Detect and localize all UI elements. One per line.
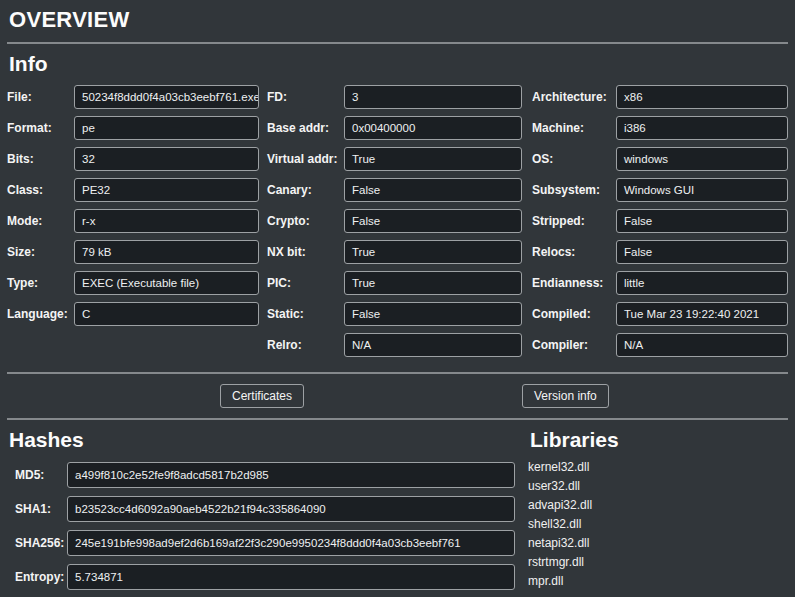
type-field[interactable]: EXEC (Executable file) [74, 271, 259, 295]
library-item: user32.dll [528, 477, 619, 496]
static-field[interactable]: False [344, 302, 522, 326]
nx-bit-field[interactable]: True [344, 240, 522, 264]
fd-field[interactable]: 3 [344, 85, 522, 109]
separator [7, 372, 788, 374]
info-row-endianness: Endianness: little [532, 271, 788, 295]
info-row-class: Class: PE32 [7, 178, 259, 202]
version-info-button[interactable]: Version info [522, 384, 609, 408]
base-addr-label: Base addr: [267, 121, 344, 135]
type-label: Type: [7, 276, 74, 290]
endianness-field[interactable]: little [616, 271, 788, 295]
compiled-label: Compiled: [532, 307, 616, 321]
info-row-architecture: Architecture: x86 [532, 85, 788, 109]
sha256-field[interactable]: 245e191bfe998ad9ef2d6b169af22f3c290e9950… [67, 530, 515, 556]
compiled-field[interactable]: Tue Mar 23 19:22:40 2021 [616, 302, 788, 326]
certificates-button[interactable]: Certificates [220, 384, 304, 408]
class-field[interactable]: PE32 [74, 178, 259, 202]
libraries-list: kernel32.dll user32.dll advapi32.dll she… [528, 458, 619, 591]
info-row-virtual-addr: Virtual addr: True [267, 147, 522, 171]
os-field[interactable]: windows [616, 147, 788, 171]
libraries-heading: Libraries [530, 427, 619, 453]
md5-field[interactable]: a499f810c2e52fe9f8adcd5817b2d985 [67, 462, 515, 488]
info-row-pic: PIC: True [267, 271, 522, 295]
library-item: mpr.dll [528, 572, 619, 591]
architecture-field[interactable]: x86 [616, 85, 788, 109]
buttons-row: Certificates Version info [7, 384, 788, 408]
subsystem-label: Subsystem: [532, 183, 616, 197]
machine-field[interactable]: i386 [616, 116, 788, 140]
info-row-base-addr: Base addr: 0x00400000 [267, 116, 522, 140]
info-row-subsystem: Subsystem: Windows GUI [532, 178, 788, 202]
file-label: File: [7, 90, 74, 104]
library-item: kernel32.dll [528, 458, 619, 477]
hash-row-entropy: Entropy: 5.734871 [7, 564, 515, 590]
virtual-addr-field[interactable]: True [344, 147, 522, 171]
sha1-field[interactable]: b23523cc4d6092a90aeb4522b21f94c335864090 [67, 496, 515, 522]
info-row-machine: Machine: i386 [532, 116, 788, 140]
info-heading: Info [9, 51, 788, 77]
info-row-file: File: 50234f8ddd0f4a03cb3eebf761.exe [7, 85, 259, 109]
info-row-compiled: Compiled: Tue Mar 23 19:22:40 2021 [532, 302, 788, 326]
sha1-label: SHA1: [15, 502, 67, 516]
info-row-format: Format: pe [7, 116, 259, 140]
crypto-label: Crypto: [267, 214, 344, 228]
size-field[interactable]: 79 kB [74, 240, 259, 264]
os-label: OS: [532, 152, 616, 166]
language-field[interactable]: C [74, 302, 259, 326]
hash-row-md5: MD5: a499f810c2e52fe9f8adcd5817b2d985 [7, 462, 515, 488]
page-title: OVERVIEW [9, 6, 788, 34]
bits-field[interactable]: 32 [74, 147, 259, 171]
file-field[interactable]: 50234f8ddd0f4a03cb3eebf761.exe [74, 85, 259, 109]
info-row-static: Static: False [267, 302, 522, 326]
machine-label: Machine: [532, 121, 616, 135]
architecture-label: Architecture: [532, 90, 616, 104]
language-label: Language: [7, 307, 74, 321]
base-addr-field[interactable]: 0x00400000 [344, 116, 522, 140]
info-row-size: Size: 79 kB [7, 240, 259, 264]
info-row-fd: FD: 3 [267, 85, 522, 109]
stripped-label: Stripped: [532, 214, 616, 228]
relocs-field[interactable]: False [616, 240, 788, 264]
sha256-label: SHA256: [15, 536, 67, 550]
nx-bit-label: NX bit: [267, 245, 344, 259]
class-label: Class: [7, 183, 74, 197]
pic-label: PIC: [267, 276, 344, 290]
canary-label: Canary: [267, 183, 344, 197]
stripped-field[interactable]: False [616, 209, 788, 233]
mode-label: Mode: [7, 214, 74, 228]
info-column-3: Architecture: x86 Machine: i386 OS: wind… [532, 85, 788, 364]
info-row-canary: Canary: False [267, 178, 522, 202]
pic-field[interactable]: True [344, 271, 522, 295]
entropy-label: Entropy: [15, 570, 67, 584]
info-column-2: FD: 3 Base addr: 0x00400000 Virtual addr… [267, 85, 522, 364]
compiler-field[interactable]: N/A [616, 333, 788, 357]
info-row-compiler: Compiler: N/A [532, 333, 788, 357]
static-label: Static: [267, 307, 344, 321]
format-field[interactable]: pe [74, 116, 259, 140]
info-column-1: File: 50234f8ddd0f4a03cb3eebf761.exe For… [7, 85, 259, 364]
info-row-crypto: Crypto: False [267, 209, 522, 233]
relro-field[interactable]: N/A [344, 333, 522, 357]
hashes-section: Hashes MD5: a499f810c2e52fe9f8adcd5817b2… [7, 420, 515, 597]
hashes-rows: MD5: a499f810c2e52fe9f8adcd5817b2d985 SH… [7, 462, 515, 590]
bottom-section: Hashes MD5: a499f810c2e52fe9f8adcd5817b2… [7, 420, 788, 597]
entropy-field[interactable]: 5.734871 [67, 564, 515, 590]
canary-field[interactable]: False [344, 178, 522, 202]
endianness-label: Endianness: [532, 276, 616, 290]
library-item: netapi32.dll [528, 534, 619, 553]
info-row-stripped: Stripped: False [532, 209, 788, 233]
crypto-field[interactable]: False [344, 209, 522, 233]
fd-label: FD: [267, 90, 344, 104]
info-row-bits: Bits: 32 [7, 147, 259, 171]
info-row-mode: Mode: r-x [7, 209, 259, 233]
info-row-type: Type: EXEC (Executable file) [7, 271, 259, 295]
info-row-os: OS: windows [532, 147, 788, 171]
hash-row-sha256: SHA256: 245e191bfe998ad9ef2d6b169af22f3c… [7, 530, 515, 556]
mode-field[interactable]: r-x [74, 209, 259, 233]
compiler-label: Compiler: [532, 338, 616, 352]
subsystem-field[interactable]: Windows GUI [616, 178, 788, 202]
bits-label: Bits: [7, 152, 74, 166]
info-grid: File: 50234f8ddd0f4a03cb3eebf761.exe For… [7, 85, 788, 364]
virtual-addr-label: Virtual addr: [267, 152, 344, 166]
format-label: Format: [7, 121, 74, 135]
